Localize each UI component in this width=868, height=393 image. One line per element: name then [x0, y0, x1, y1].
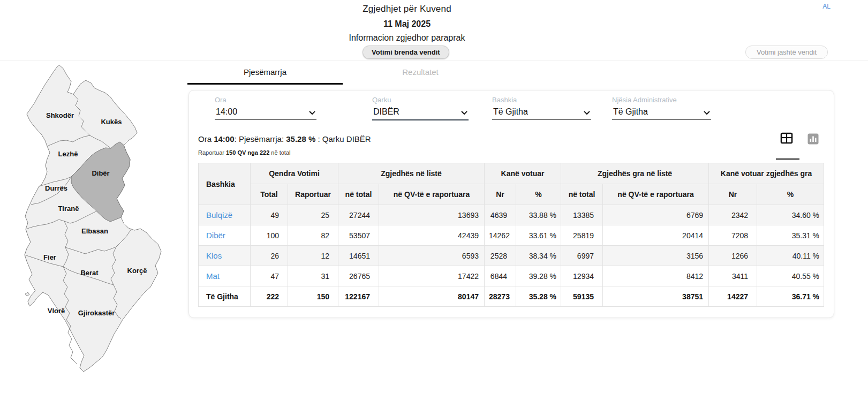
- tab-rezultatet[interactable]: Rezultatet: [343, 63, 498, 85]
- filter-bashkia: Bashkia Të Gjitha: [492, 96, 591, 120]
- table-cell: 150: [288, 286, 338, 307]
- table-cell: 36.71 %: [757, 286, 824, 307]
- table-cell: 49: [251, 205, 288, 225]
- municipality-link[interactable]: Klos: [199, 246, 251, 266]
- table-cell: 38.34 %: [516, 246, 561, 266]
- table-cell: 35.31 %: [757, 225, 824, 246]
- group-header-row: Bashkia Qendra Votimi Zgjedhës në listë …: [199, 163, 824, 184]
- table-cell: 3411: [709, 266, 757, 286]
- table-cell: 26765: [338, 266, 379, 286]
- filter-qarku-label: Qarku: [372, 96, 469, 104]
- table-cell: 38751: [603, 286, 709, 307]
- page: Zgjedhjet për Kuvend 11 Maj 2025 Informa…: [0, 0, 868, 393]
- col-zgjedhes-ne-liste: Zgjedhës në listë: [338, 163, 485, 184]
- map-label-lezhe: Lezhë: [58, 150, 78, 158]
- municipality-link[interactable]: Dibër: [199, 225, 251, 246]
- subcol-raportuar: Raportuar: [288, 184, 338, 205]
- table-cell: 2342: [709, 205, 757, 225]
- subcol-nr: Nr: [485, 184, 516, 205]
- subcol-gra-nr: Nr: [709, 184, 757, 205]
- table-cell: 6844: [485, 266, 516, 286]
- municipality-link[interactable]: Mat: [199, 266, 251, 286]
- subcol-gra-ne-total: në total: [561, 184, 603, 205]
- header: Zgjedhjet për Kuvend 11 Maj 2025 Informa…: [0, 0, 868, 61]
- tab-pjesemarrja[interactable]: Pjesëmarrja: [187, 63, 343, 85]
- qarku-select[interactable]: DIBËR: [372, 106, 469, 120]
- table-cell: 53507: [338, 225, 379, 246]
- ora-select[interactable]: 14:00: [215, 106, 316, 120]
- header-center: Zgjedhjet për Kuvend 11 Maj 2025 Informa…: [0, 0, 814, 43]
- table-cell: 6997: [561, 246, 603, 266]
- map-label-diber: Dibër: [92, 169, 109, 177]
- subcol-pct: %: [516, 184, 561, 205]
- sub-header-row: Total Raportuar në total në QV-të e rapo…: [199, 184, 824, 205]
- filter-ora: Ora 14:00: [215, 96, 316, 120]
- table-cell: 25: [288, 205, 338, 225]
- col-bashkia: Bashkia: [199, 163, 251, 205]
- col-qendra-votimi: Qendra Votimi: [251, 163, 338, 184]
- table-cell: 33.61 %: [516, 225, 561, 246]
- table-cell: 31: [288, 266, 338, 286]
- table-cell: 13693: [379, 205, 485, 225]
- njesia-select[interactable]: Të Gjitha: [612, 106, 711, 120]
- municipality-link[interactable]: Bulqizë: [199, 205, 251, 225]
- table-row: Klos2612146516593252838.34 %699731561266…: [199, 246, 824, 266]
- col-zgjedhes-gra: Zgjedhës gra në listë: [561, 163, 709, 184]
- table-cell: 33.88 %: [516, 205, 561, 225]
- table-cell: 6593: [379, 246, 485, 266]
- table-cell: 34.60 %: [757, 205, 824, 225]
- map-label-berat: Berat: [80, 269, 99, 277]
- map-label-elbasan: Elbasan: [81, 227, 108, 235]
- table-body: Bulqizë49252724413693463933.88 %13385676…: [199, 205, 824, 307]
- table-cell: 35.28 %: [516, 286, 561, 307]
- table-row: Dibër1008253507424391426233.61 %25819204…: [199, 225, 824, 246]
- subcol-total: Total: [251, 184, 288, 205]
- election-date: 11 Maj 2025: [0, 19, 814, 29]
- map-label-gjirokaster: Gjirokastër: [78, 309, 115, 317]
- col-kane-votuar-gra: Kanë votuar zgjedhës gra: [709, 163, 824, 184]
- filter-njesia-label: Njësia Administrative: [612, 96, 711, 104]
- table-row: Bulqizë49252724413693463933.88 %13385676…: [199, 205, 824, 225]
- table-cell: 17422: [379, 266, 485, 286]
- table-cell: 7208: [709, 225, 757, 246]
- summary-line: Ora 14:00: Pjesëmarrja: 35.28 % : Qarku …: [198, 134, 371, 143]
- filter-bashkia-label: Bashkia: [492, 96, 591, 104]
- table-cell: 3156: [603, 246, 709, 266]
- participation-table: Bashkia Qendra Votimi Zgjedhës në listë …: [198, 163, 824, 307]
- map-label-shkoder: Shkodër: [46, 111, 74, 119]
- table-view-icon[interactable]: [780, 131, 794, 145]
- language-link[interactable]: AL: [822, 3, 831, 10]
- chart-view-icon[interactable]: [807, 133, 819, 145]
- table-cell: 12: [288, 246, 338, 266]
- subcol-gra-ne-qv: në QV-të e raportuara: [603, 184, 709, 205]
- subcol-gra-pct: %: [757, 184, 824, 205]
- albania-map-outline[interactable]: [25, 65, 161, 372]
- table-cell: 20414: [603, 225, 709, 246]
- table-cell: 39.28 %: [516, 266, 561, 286]
- table-cell: 47: [251, 266, 288, 286]
- table-cell: 42439: [379, 225, 485, 246]
- map-label-vlore: Vlorë: [48, 307, 65, 315]
- table-cell: 25819: [561, 225, 603, 246]
- col-kane-votuar: Kanë votuar: [485, 163, 561, 184]
- table-cell: 40.55 %: [757, 266, 824, 286]
- map-label-korce: Korçë: [127, 267, 147, 275]
- table-cell: 28273: [485, 286, 516, 307]
- active-view-underline: [776, 158, 799, 160]
- page-title: Zgjedhjet për Kuvend: [0, 4, 814, 14]
- table-cell: 6769: [603, 205, 709, 225]
- total-label: Të Gjitha: [199, 286, 251, 307]
- table-cell: 100: [251, 225, 288, 246]
- table-cell: 4639: [485, 205, 516, 225]
- map-label-kukes: Kukës: [101, 118, 122, 126]
- filter-qarku: Qarku DIBËR: [372, 96, 469, 120]
- table-cell: 26: [251, 246, 288, 266]
- filter-ora-label: Ora: [215, 96, 316, 104]
- participation-card: Ora 14:00 Qarku DIBËR Bashkia Të Gjith: [188, 90, 834, 318]
- vote-inside-button[interactable]: Votimi brenda vendit: [363, 46, 449, 59]
- bashkia-select[interactable]: Të Gjitha: [492, 106, 591, 120]
- subcol-ne-qv: në QV-të e raportuara: [379, 184, 485, 205]
- table-cell: 2528: [485, 246, 516, 266]
- vote-outside-button[interactable]: Votimi jashtë vendit: [745, 46, 828, 59]
- reported-line: Raportuar 150 QV nga 222 në total: [198, 149, 290, 156]
